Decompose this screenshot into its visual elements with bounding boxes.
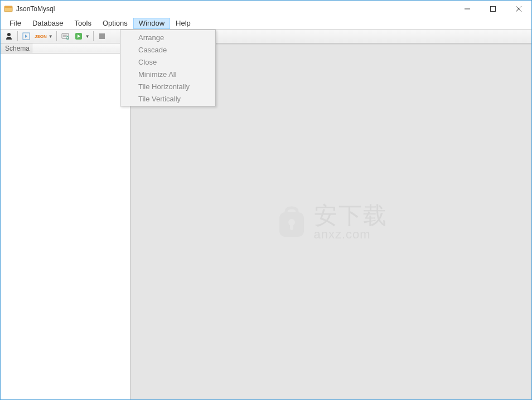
schema-label: Schema [1, 45, 32, 52]
schema-selector[interactable] [32, 43, 130, 53]
toolbar-separator [56, 31, 57, 41]
menubar: File Database Tools Options Window Help [1, 17, 531, 30]
svg-rect-14 [99, 33, 105, 39]
chevron-down-icon[interactable]: ▼ [49, 34, 53, 39]
menu-item-cascade[interactable]: Cascade [122, 43, 214, 56]
toolbar-stop-icon[interactable] [96, 30, 108, 42]
schema-header: Schema [1, 43, 130, 53]
titlebar: JsonToMysql [1, 1, 531, 17]
sidebar: Schema [1, 43, 130, 399]
watermark-cn: 安下载 [314, 204, 388, 227]
menu-help[interactable]: Help [170, 18, 196, 29]
close-button[interactable] [506, 1, 531, 17]
toolbar-user-icon[interactable] [3, 30, 15, 42]
maximize-button[interactable] [480, 1, 506, 17]
window-title: JsonToMysql [16, 5, 55, 13]
watermark: 安下载 anxz.com [275, 204, 388, 241]
window-dropdown-menu: Arrange Cascade Close Minimize All Tile … [120, 30, 216, 106]
menu-item-close[interactable]: Close [122, 56, 214, 68]
sidebar-body [1, 53, 130, 399]
minimize-button[interactable] [454, 1, 480, 17]
menu-item-minimize-all[interactable]: Minimize All [122, 68, 214, 80]
svg-line-12 [69, 39, 69, 40]
toolbar-json-label[interactable]: JSON [33, 30, 48, 42]
menu-options[interactable]: Options [97, 18, 133, 29]
svg-point-6 [7, 33, 11, 36]
watermark-en: anxz.com [314, 228, 388, 241]
svg-rect-3 [491, 7, 496, 12]
menu-item-arrange[interactable]: Arrange [122, 31, 214, 43]
toolbar-separator [17, 31, 18, 41]
app-icon [4, 4, 13, 13]
toolbar-import-icon[interactable] [20, 30, 32, 42]
toolbar-run-icon[interactable] [72, 30, 85, 42]
content-area: Schema 安下载 anxz.com [1, 43, 531, 399]
chevron-down-icon[interactable]: ▼ [85, 34, 90, 39]
menu-window[interactable]: Window [133, 18, 170, 29]
toolbar: JSON ▼ ▼ [1, 30, 531, 43]
menu-tools[interactable]: Tools [69, 18, 97, 29]
menu-database[interactable]: Database [27, 18, 69, 29]
svg-rect-17 [290, 223, 293, 230]
toolbar-query-icon[interactable] [59, 30, 71, 42]
menu-item-tile-horizontally[interactable]: Tile Horizontally [122, 80, 214, 92]
menu-file[interactable]: File [4, 18, 27, 29]
toolbar-separator [93, 31, 94, 41]
menu-item-tile-vertically[interactable]: Tile Vertically [122, 92, 214, 105]
window-controls [454, 1, 531, 17]
svg-rect-1 [4, 6, 12, 8]
